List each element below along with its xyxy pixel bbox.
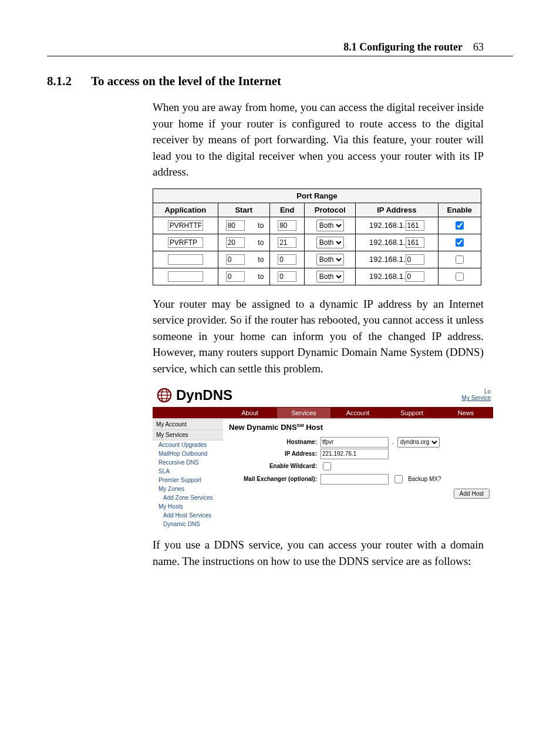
table-caption: Port Range — [153, 189, 481, 203]
side-item[interactable]: Account Upgrades — [153, 440, 223, 449]
section-heading: 8.1.2 To access on the level of the Inte… — [47, 74, 513, 89]
tab-services[interactable]: Services — [277, 408, 331, 418]
enable-checkbox[interactable] — [456, 221, 464, 230]
add-host-button[interactable]: Add Host — [454, 489, 490, 499]
side-item[interactable]: My Hosts — [153, 502, 223, 511]
dyn-main: New Dynamic DNSSM Host Hostname: . dyndn… — [223, 419, 493, 529]
ip-prefix: 192.168.1. — [369, 272, 405, 281]
enable-checkbox[interactable] — [456, 272, 464, 281]
col-enable: Enable — [438, 203, 481, 217]
heading-number: 8.1.2 — [47, 74, 88, 89]
side-item[interactable]: Premier Support — [153, 476, 223, 484]
ip-prefix: 192.168.1. — [369, 255, 405, 264]
paragraph-1: When you are away from home, you can acc… — [153, 99, 484, 180]
dyn-top-link[interactable]: Lo — [484, 388, 491, 395]
dyn-form-title: New Dynamic DNSSM Host — [229, 423, 490, 432]
to-label: to — [252, 251, 270, 268]
table-row: to Both 192.168.1. — [153, 217, 481, 234]
start-input[interactable] — [226, 271, 245, 282]
side-item[interactable]: Add Zone Services — [153, 493, 223, 502]
port-range-table: Port Range Application Start End Protoco… — [153, 189, 481, 285]
enable-checkbox[interactable] — [456, 238, 464, 247]
side-item[interactable]: SLA — [153, 467, 223, 476]
end-input[interactable] — [278, 271, 296, 282]
globe-icon — [156, 387, 173, 403]
app-input[interactable] — [168, 237, 203, 248]
dyndns-screenshot: Lo My Service DynDNS About Services Acco… — [153, 385, 493, 529]
col-end: End — [269, 203, 304, 217]
side-item[interactable]: Recursive DNS — [153, 458, 223, 467]
side-item[interactable]: My Zones — [153, 484, 223, 493]
start-input[interactable] — [226, 237, 245, 248]
backupmx-label: Backup MX? — [408, 476, 441, 482]
paragraph-2: Your router may be assigned to a dynamic… — [153, 296, 484, 377]
dyn-top-links: Lo My Service — [462, 388, 491, 401]
mx-input[interactable] — [321, 474, 389, 484]
dyn-sidebar: My Account My Services Account Upgrades … — [153, 419, 223, 529]
to-label: to — [252, 268, 270, 285]
ip-prefix: 192.168.1. — [369, 238, 405, 247]
domain-select[interactable]: dyndns.org — [397, 437, 440, 447]
label-mx: Mail Exchanger (optional): — [229, 476, 317, 482]
col-protocol: Protocol — [305, 203, 356, 217]
dyn-top-link[interactable]: My Service — [462, 395, 491, 401]
dyndns-logo: DynDNS — [153, 385, 493, 407]
app-input[interactable] — [168, 254, 203, 265]
side-group[interactable]: My Account — [153, 419, 223, 430]
app-input[interactable] — [168, 271, 203, 282]
header-section: 8.1 Configuring the router — [343, 41, 463, 53]
ip-input[interactable] — [406, 254, 424, 265]
to-label: to — [252, 217, 270, 234]
dyndns-brand: DynDNS — [176, 387, 232, 403]
tab-account[interactable]: Account — [331, 408, 385, 418]
label-hostname: Hostname: — [229, 439, 317, 445]
ip-prefix: 192.168.1. — [369, 221, 405, 230]
label-ip: IP Address: — [229, 450, 317, 457]
col-start: Start — [218, 203, 269, 217]
end-input[interactable] — [278, 237, 296, 248]
paragraph-3: If you use a DDNS service, you can acces… — [153, 537, 484, 569]
side-item[interactable]: Dynamic DNS — [153, 520, 223, 529]
ip-input[interactable] — [406, 271, 424, 282]
hostname-input[interactable] — [321, 437, 389, 447]
end-input[interactable] — [278, 254, 296, 265]
port-table-body: to Both 192.168.1. to Both 192.168.1. to… — [153, 217, 481, 285]
side-item[interactable]: MailHop Outbound — [153, 449, 223, 458]
start-input[interactable] — [226, 254, 245, 265]
heading-title: To access on the level of the Internet — [91, 74, 281, 88]
backupmx-checkbox[interactable] — [394, 475, 403, 483]
protocol-select[interactable]: Both — [316, 254, 344, 265]
header-page: 63 — [473, 41, 484, 53]
app-input[interactable] — [168, 220, 203, 231]
side-group[interactable]: My Services — [153, 430, 223, 440]
to-label: to — [252, 234, 270, 251]
ip-input[interactable] — [321, 449, 389, 459]
enable-checkbox[interactable] — [456, 255, 464, 264]
header-rule — [47, 56, 513, 56]
protocol-select[interactable]: Both — [316, 220, 344, 231]
dyn-tabs: About Services Account Support News — [153, 407, 493, 418]
protocol-select[interactable]: Both — [316, 271, 344, 282]
tab-support[interactable]: Support — [385, 408, 439, 418]
side-item[interactable]: Add Host Services — [153, 511, 223, 520]
col-ip: IP Address — [356, 203, 438, 217]
start-input[interactable] — [226, 220, 245, 231]
running-header: 8.1 Configuring the router 63 — [47, 41, 513, 53]
tab-about[interactable]: About — [223, 408, 277, 418]
ip-input[interactable] — [406, 237, 424, 248]
tab-news[interactable]: News — [439, 408, 493, 418]
end-input[interactable] — [278, 220, 296, 231]
col-application: Application — [153, 203, 218, 217]
wildcard-checkbox[interactable] — [323, 462, 331, 470]
protocol-select[interactable]: Both — [316, 237, 344, 248]
table-row: to Both 192.168.1. — [153, 234, 481, 251]
table-row: to Both 192.168.1. — [153, 268, 481, 285]
table-row: to Both 192.168.1. — [153, 251, 481, 268]
label-wildcard: Enable Wildcard: — [229, 463, 317, 469]
ip-input[interactable] — [406, 220, 424, 231]
